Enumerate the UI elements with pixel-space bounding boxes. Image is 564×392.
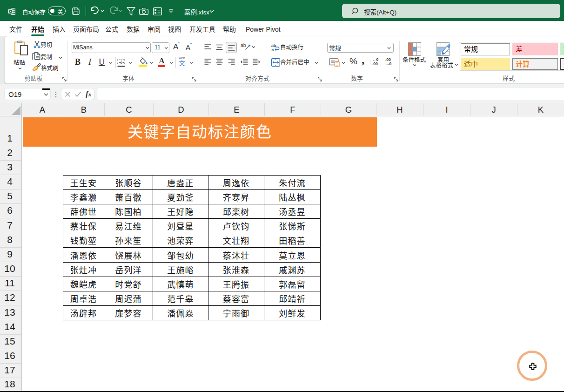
svg-text:c: c <box>272 47 274 52</box>
